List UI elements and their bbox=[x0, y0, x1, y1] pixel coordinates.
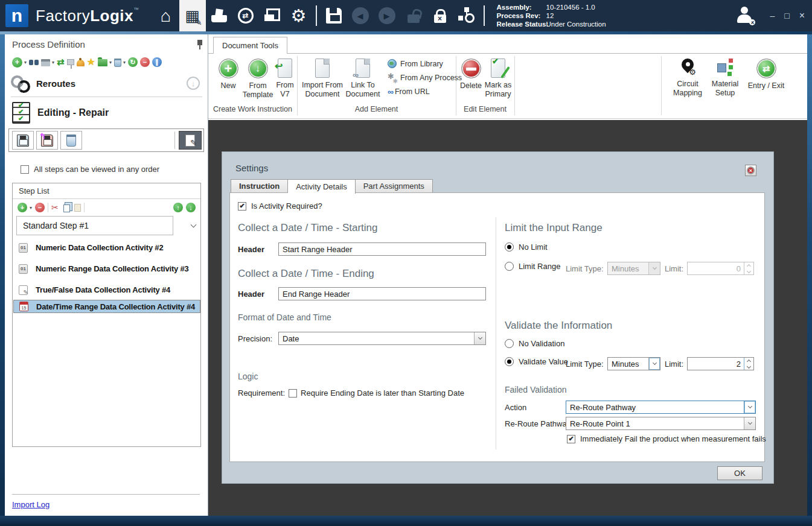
add-dropdown-icon[interactable]: ▾ bbox=[24, 60, 27, 65]
unlock-icon[interactable] bbox=[400, 0, 427, 31]
no-validation-radio[interactable] bbox=[505, 339, 514, 348]
find-icon[interactable] bbox=[29, 60, 39, 66]
edit-mode-button[interactable] bbox=[179, 131, 202, 150]
spin-down-icon[interactable] bbox=[744, 268, 753, 274]
from-url-button[interactable]: ∞ From URL bbox=[388, 87, 430, 97]
import-log-link[interactable]: Import Log bbox=[12, 500, 50, 509]
ok-button[interactable]: OK bbox=[717, 466, 762, 480]
export-dropdown-icon[interactable]: ▾ bbox=[109, 60, 112, 65]
step-collapse-chevron-icon[interactable] bbox=[191, 222, 197, 228]
move-up-icon[interactable]: ↑ bbox=[173, 203, 183, 212]
remove-step-icon[interactable]: − bbox=[35, 203, 45, 212]
import-from-document-button[interactable]: Import From Document bbox=[299, 59, 346, 99]
starting-header-input[interactable]: Start Range Header bbox=[278, 242, 486, 256]
add-icon[interactable]: + bbox=[12, 57, 22, 68]
step-list-item[interactable]: 01 Numeric Range Data Collection Activit… bbox=[13, 259, 200, 279]
gear-icon[interactable]: ⚙ bbox=[286, 0, 312, 31]
home-icon[interactable]: ⌂ bbox=[153, 0, 179, 31]
spin-down-icon[interactable] bbox=[744, 364, 753, 370]
delete-step-button[interactable] bbox=[60, 131, 82, 150]
limit-spinner-disabled[interactable]: 0 bbox=[687, 262, 754, 275]
maximize-button[interactable]: □ bbox=[784, 11, 789, 21]
from-library-button[interactable]: From Library bbox=[388, 59, 443, 68]
reroute-pathway-select[interactable]: Re-Route Point 1 bbox=[566, 417, 756, 430]
pin-icon[interactable] bbox=[196, 40, 204, 49]
limit-type-select-disabled[interactable]: Minutes bbox=[607, 262, 660, 275]
from-template-button[interactable]: ↓ From Template bbox=[240, 59, 275, 100]
move-down-icon[interactable]: ↓ bbox=[186, 203, 196, 212]
signboard-icon[interactable] bbox=[67, 59, 74, 65]
add-step-dropdown-icon[interactable]: ▾ bbox=[30, 205, 32, 211]
cut-icon[interactable]: ✂ bbox=[51, 203, 59, 212]
link-to-document-button[interactable]: ∞ Link To Document bbox=[341, 59, 385, 99]
activity-required-checkbox[interactable] bbox=[238, 202, 246, 211]
from-v7-button[interactable]: ↩ From V7 bbox=[272, 59, 298, 99]
ribbon-border bbox=[208, 118, 807, 119]
precision-select[interactable]: Date bbox=[278, 332, 486, 345]
inventory-icon[interactable] bbox=[206, 0, 232, 31]
trash-icon[interactable] bbox=[114, 59, 121, 67]
add-step-icon[interactable]: + bbox=[18, 203, 27, 212]
release-status-label: Release Status: bbox=[497, 20, 546, 28]
tab-instruction[interactable]: Instruction bbox=[231, 179, 288, 193]
print-dropdown-icon[interactable]: ▾ bbox=[52, 60, 54, 65]
tab-activity-details[interactable]: Activity Details bbox=[288, 179, 356, 194]
validate-limit-spinner[interactable]: 2 bbox=[687, 357, 754, 370]
expand-down-icon[interactable]: ↓ bbox=[187, 77, 200, 90]
from-any-process-button[interactable]: From Any Process bbox=[388, 73, 462, 82]
material-setup-button[interactable]: Material Setup bbox=[707, 59, 743, 98]
limit-label: Limit: bbox=[665, 264, 683, 273]
validate-limit-type-select[interactable]: Minutes bbox=[607, 357, 660, 370]
sync-icon[interactable]: ⇄ bbox=[232, 0, 259, 31]
process-designer-icon[interactable]: ▦✎ bbox=[179, 0, 206, 31]
titlebar-separator bbox=[484, 5, 485, 26]
minimize-button[interactable]: – bbox=[770, 11, 775, 21]
documents-icon[interactable] bbox=[259, 0, 286, 31]
step-list-item[interactable]: 01 Numeric Data Collection Activity #2 bbox=[13, 238, 200, 258]
wizard-icon[interactable]: ★ bbox=[87, 57, 95, 67]
action-select[interactable]: Re-Route Pathway bbox=[566, 401, 756, 414]
step-list-item-selected[interactable]: 15 Date/Time Range Data Collection Activ… bbox=[13, 300, 200, 313]
spin-up-icon[interactable] bbox=[744, 358, 753, 364]
numeric-activity-icon: 01 bbox=[19, 243, 28, 253]
pause-icon[interactable]: ∥ bbox=[152, 57, 162, 67]
validate-value-radio[interactable] bbox=[505, 357, 514, 366]
step-list-item[interactable]: True/False Data Collection Activity #4 bbox=[13, 280, 200, 300]
entry-exit-button[interactable]: ⇄ Entry / Exit bbox=[746, 59, 787, 90]
requirement-checkbox[interactable] bbox=[289, 389, 297, 398]
copy-icon[interactable] bbox=[63, 204, 70, 212]
save-import-button[interactable]: ↰ bbox=[36, 131, 58, 150]
mark-as-primary-button[interactable]: ✔ Mark as Primary bbox=[481, 59, 515, 99]
step-selector[interactable]: Standard Step #1 bbox=[16, 216, 173, 235]
ending-header-input[interactable]: End Range Header bbox=[278, 287, 486, 300]
close-button[interactable]: × bbox=[799, 10, 805, 21]
dialog-close-button[interactable]: × bbox=[745, 165, 756, 176]
save-icon[interactable] bbox=[321, 0, 347, 31]
delete-element-button[interactable]: Delete bbox=[458, 59, 484, 90]
process-search-icon[interactable] bbox=[453, 0, 480, 31]
new-instruction-button[interactable]: + New bbox=[216, 59, 241, 90]
circuit-mapping-button[interactable]: ⚙ Circuit Mapping bbox=[669, 59, 706, 98]
user-logout-icon[interactable]: × bbox=[736, 7, 754, 25]
no-limit-radio[interactable] bbox=[505, 242, 514, 252]
print-icon[interactable] bbox=[41, 59, 50, 66]
export-folder-icon[interactable] bbox=[98, 59, 107, 66]
reroute-icon[interactable]: ⇄ bbox=[57, 57, 65, 68]
any-order-checkbox[interactable] bbox=[21, 165, 29, 174]
bell-icon[interactable] bbox=[77, 60, 85, 66]
paste-icon[interactable] bbox=[74, 204, 81, 212]
reroutes-section[interactable]: Reroutes ↓ bbox=[5, 71, 208, 96]
trash-dropdown-icon[interactable]: ▾ bbox=[123, 60, 126, 65]
back-icon[interactable]: ◀ bbox=[347, 0, 374, 31]
limit-range-radio[interactable] bbox=[505, 262, 514, 271]
tab-part-assignments[interactable]: Part Assignments bbox=[356, 179, 433, 193]
immediate-fail-checkbox[interactable] bbox=[567, 435, 575, 443]
tab-document-tools[interactable]: Document Tools bbox=[213, 37, 287, 54]
lock-x-icon[interactable]: × bbox=[427, 0, 453, 31]
save-step-button[interactable] bbox=[12, 131, 34, 150]
refresh-icon[interactable]: ↻ bbox=[128, 57, 138, 67]
forward-icon[interactable]: ▶ bbox=[374, 0, 400, 31]
remove-icon[interactable]: − bbox=[140, 57, 150, 67]
spin-up-icon[interactable] bbox=[744, 262, 753, 268]
limit-heading: Limit the Input Range bbox=[505, 222, 603, 234]
